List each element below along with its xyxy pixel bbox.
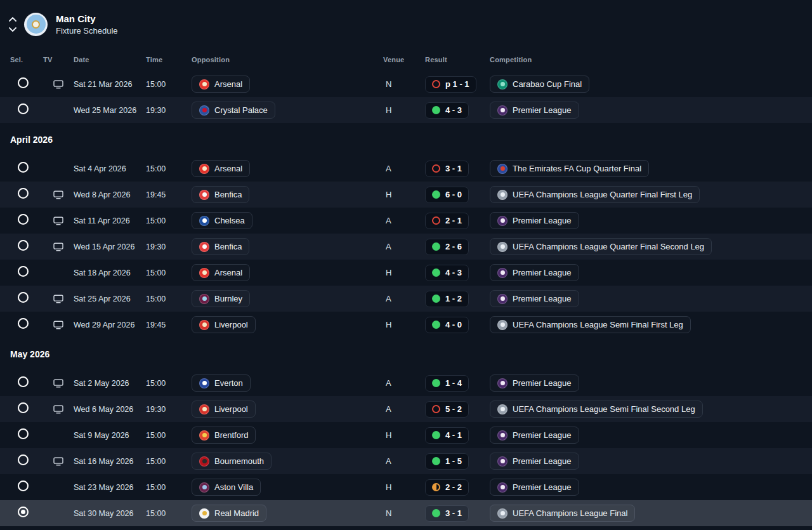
- opposition-chip[interactable]: Burnley: [192, 290, 250, 307]
- competition-chip[interactable]: UEFA Champions League Quarter Final Firs…: [490, 186, 700, 203]
- col-tv: TV: [43, 56, 74, 63]
- opposition-chip[interactable]: Everton: [192, 374, 251, 392]
- opposition-chip[interactable]: Arsenal: [192, 160, 250, 177]
- select-radio[interactable]: [18, 214, 29, 225]
- fixture-row[interactable]: Sat 11 Apr 202615:00ChelseaA2 - 1Premier…: [0, 208, 812, 234]
- competition-chip[interactable]: UEFA Champions League Semi Final Second …: [490, 401, 703, 418]
- opposition-chip[interactable]: Real Madrid: [192, 505, 266, 522]
- competition-chip[interactable]: Premier League: [490, 374, 579, 392]
- competition-name: UEFA Champions League Quarter Final Firs…: [513, 190, 692, 199]
- opposition-chip[interactable]: Aston Villa: [192, 479, 261, 496]
- competition-chip[interactable]: Premier League: [490, 453, 579, 470]
- team-crest-icon: [199, 164, 209, 174]
- competition-icon: [497, 482, 508, 493]
- team-switcher: [9, 17, 16, 32]
- fixture-row[interactable]: Wed 25 Mar 202619:30Crystal PalaceH4 - 3…: [0, 97, 812, 123]
- result-pill: p 1 - 1: [425, 76, 476, 93]
- competition-chip[interactable]: UEFA Champions League Semi Final First L…: [490, 316, 691, 333]
- fixture-row[interactable]: Sat 18 Apr 202615:00ArsenalH4 - 3Premier…: [0, 260, 812, 286]
- fixture-row[interactable]: Sat 30 May 202615:00Real MadridN3 - 1UEF…: [0, 500, 812, 526]
- tv-icon: [53, 242, 63, 251]
- chevron-down-icon[interactable]: [9, 27, 16, 32]
- select-radio[interactable]: [18, 402, 29, 413]
- select-radio[interactable]: [18, 507, 29, 517]
- competition-chip[interactable]: UEFA Champions League Final: [490, 505, 635, 522]
- team-crest-icon: [199, 216, 209, 226]
- select-radio[interactable]: [18, 292, 29, 303]
- competition-chip[interactable]: UEFA Champions League Quarter Final Seco…: [490, 238, 712, 255]
- competition-chip[interactable]: The Emirates FA Cup Quarter Final: [490, 160, 649, 177]
- score: 6 - 0: [445, 190, 462, 199]
- fixture-time: 15:00: [146, 268, 192, 277]
- result-win-icon: [432, 431, 440, 439]
- select-radio[interactable]: [18, 240, 29, 251]
- fixture-date: Sat 21 Mar 2026: [74, 80, 146, 89]
- opposition-chip[interactable]: Chelsea: [192, 212, 252, 229]
- score: 4 - 3: [445, 268, 462, 277]
- fixture-time: 19:45: [146, 190, 192, 199]
- competition-chip[interactable]: Premier League: [490, 479, 579, 496]
- fixture-list: Sat 21 Mar 202615:00ArsenalNp 1 - 1Carab…: [0, 71, 812, 526]
- fixture-row[interactable]: Sat 2 May 202615:00EvertonA1 - 4Premier …: [0, 370, 812, 396]
- venue-code: H: [383, 482, 425, 492]
- competition-chip[interactable]: Premier League: [490, 102, 579, 119]
- score: 2 - 2: [445, 482, 462, 492]
- opposition-chip[interactable]: Liverpool: [192, 316, 256, 333]
- opposition-chip[interactable]: Arsenal: [192, 264, 250, 281]
- fixture-row[interactable]: Wed 8 Apr 202619:45BenficaH6 - 0UEFA Cha…: [0, 182, 812, 208]
- competition-chip[interactable]: Premier League: [490, 290, 579, 307]
- select-radio[interactable]: [18, 454, 29, 465]
- fixture-row[interactable]: Sat 9 May 202615:00BrentfordH4 - 1Premie…: [0, 422, 812, 448]
- opposition-chip[interactable]: Bournemouth: [192, 453, 272, 470]
- team-crest-icon: [199, 190, 209, 200]
- opposition-chip[interactable]: Liverpool: [192, 401, 256, 418]
- venue-code: N: [383, 79, 425, 89]
- opposition-chip[interactable]: Benfica: [192, 186, 249, 203]
- result-draw-icon: [432, 483, 440, 491]
- fixture-row[interactable]: Sat 21 Mar 202615:00ArsenalNp 1 - 1Carab…: [0, 71, 812, 97]
- fixture-row[interactable]: Sat 23 May 202615:00Aston VillaH2 - 2Pre…: [0, 474, 812, 500]
- select-radio[interactable]: [18, 480, 29, 491]
- score: 4 - 1: [445, 430, 462, 440]
- competition-icon: [497, 378, 508, 388]
- fixture-row[interactable]: Wed 6 May 202619:30LiverpoolA5 - 2UEFA C…: [0, 396, 812, 422]
- tv-icon: [53, 80, 63, 89]
- opposition-name: Arsenal: [214, 79, 242, 89]
- tv-icon: [53, 321, 63, 329]
- competition-chip[interactable]: Premier League: [490, 212, 579, 229]
- select-radio[interactable]: [18, 266, 29, 277]
- venue-code: A: [383, 242, 425, 251]
- competition-icon: [497, 164, 508, 174]
- fixture-row[interactable]: Sat 4 Apr 202615:00ArsenalA3 - 1The Emir…: [0, 156, 812, 182]
- result-pill: 2 - 2: [425, 479, 469, 496]
- opposition-chip[interactable]: Brentford: [192, 427, 256, 444]
- competition-icon: [497, 320, 508, 330]
- tv-icon: [53, 295, 63, 303]
- select-radio[interactable]: [18, 188, 29, 199]
- fixture-row[interactable]: Wed 29 Apr 202619:45LiverpoolH4 - 0UEFA …: [0, 312, 812, 338]
- chevron-up-icon[interactable]: [9, 17, 16, 22]
- team-crest-icon: [199, 268, 209, 278]
- result-pill: 1 - 2: [425, 291, 469, 307]
- select-radio[interactable]: [18, 428, 29, 439]
- opposition-chip[interactable]: Arsenal: [192, 76, 250, 93]
- competition-chip[interactable]: Carabao Cup Final: [490, 76, 589, 93]
- select-radio[interactable]: [18, 77, 29, 88]
- fixture-row[interactable]: Sat 16 May 202615:00BournemouthA1 - 5Pre…: [0, 448, 812, 474]
- team-crest-icon: [199, 456, 209, 467]
- fixture-row[interactable]: Wed 15 Apr 202619:30BenficaA2 - 6UEFA Ch…: [0, 234, 812, 260]
- result-loss-icon: [432, 164, 440, 173]
- score: 4 - 3: [445, 105, 462, 115]
- result-pill: 6 - 0: [425, 187, 469, 203]
- fixture-row[interactable]: Sat 25 Apr 202615:00BurnleyA1 - 2Premier…: [0, 286, 812, 312]
- select-radio[interactable]: [18, 162, 29, 173]
- select-radio[interactable]: [18, 376, 29, 387]
- opposition-chip[interactable]: Crystal Palace: [192, 102, 275, 119]
- fixture-time: 19:45: [146, 321, 192, 329]
- opposition-chip[interactable]: Benfica: [192, 238, 249, 255]
- select-radio[interactable]: [18, 318, 29, 329]
- competition-chip[interactable]: Premier League: [490, 264, 579, 281]
- competition-chip[interactable]: Premier League: [490, 427, 579, 444]
- select-radio[interactable]: [18, 103, 29, 114]
- result-win-icon: [432, 457, 440, 465]
